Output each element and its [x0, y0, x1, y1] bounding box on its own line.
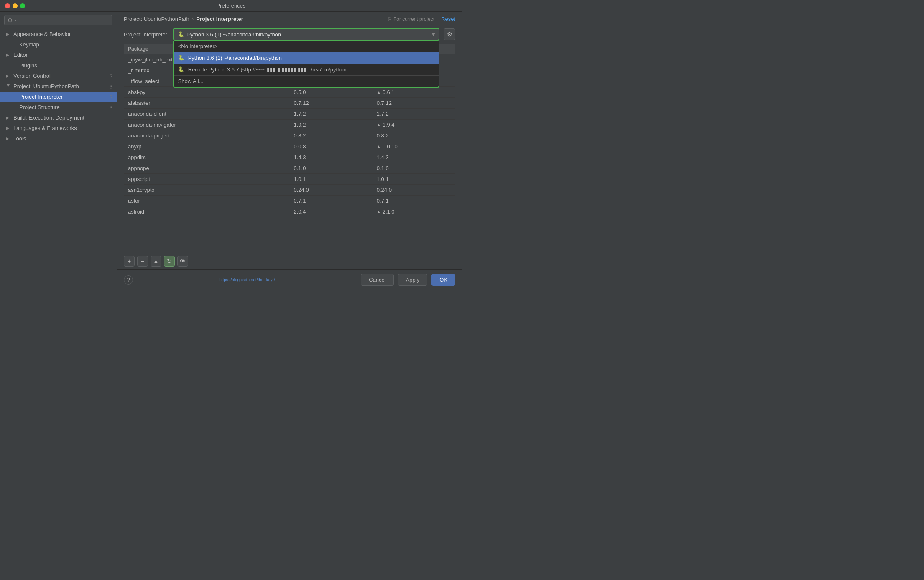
- no-interpreter-label: <No interpreter>: [178, 43, 218, 49]
- remote-python-option[interactable]: 🐍 Remote Python 3.6.7 (sftp://~~~ ▮▮▮ ▮ …: [174, 64, 439, 75]
- interpreter-dropdown-wrapper: 🐍 Python 3.6 (1) ~/anaconda3/bin/python …: [173, 28, 439, 41]
- interpreter-row: Project Interpreter: 🐍 Python 3.6 (1) ~/…: [117, 25, 462, 44]
- sidebar-arrow-appearance: ▶: [6, 32, 11, 36]
- package-version: 0.0.8: [290, 141, 373, 152]
- search-bar[interactable]: Q ·: [4, 15, 112, 25]
- interpreter-settings-button[interactable]: ⚙: [444, 28, 455, 40]
- search-icon: Q: [8, 17, 12, 23]
- sidebar-label-project-ubuntupythonpath: Project: UbuntuPythonPath: [13, 83, 79, 89]
- no-interpreter-option[interactable]: <No interpreter>: [174, 41, 439, 52]
- window-controls[interactable]: [5, 3, 25, 8]
- help-icon: ?: [127, 277, 130, 283]
- upgrade-arrow-icon: ▲: [377, 209, 381, 214]
- sidebar-item-editor[interactable]: ▶Editor: [0, 50, 117, 60]
- eye-button[interactable]: 👁: [177, 256, 188, 267]
- footer-link[interactable]: https://blog.csdn.net/the_key0: [219, 277, 275, 282]
- package-name: astroid: [124, 206, 290, 217]
- package-latest: ▲1.9.4: [373, 120, 455, 130]
- package-name: absl-py: [124, 87, 290, 98]
- minimize-button[interactable]: [13, 3, 18, 8]
- sidebar-label-version-control: Version Control: [13, 73, 51, 79]
- package-version: 0.5.0: [290, 87, 373, 98]
- sidebar-item-appearance[interactable]: ▶Appearance & Behavior: [0, 29, 117, 39]
- package-version: 0.7.1: [290, 196, 373, 206]
- bottom-toolbar: + − ▲ ↻ 👁: [117, 253, 462, 269]
- sidebar-item-project-structure[interactable]: Project Structure⎘: [0, 102, 117, 112]
- breadcrumb-project: Project: UbuntuPythonPath: [124, 16, 189, 22]
- table-row[interactable]: anaconda-navigator1.9.2▲1.9.4: [124, 120, 455, 130]
- package-name: alabaster: [124, 98, 290, 109]
- upgrade-indicator: ▲1.9.4: [377, 122, 451, 128]
- sidebar-item-project-interpreter[interactable]: Project Interpreter⎘: [0, 92, 117, 102]
- sidebar-label-project-structure: Project Structure: [19, 104, 60, 110]
- sidebar-copy-icon-version-control: ⎘: [110, 74, 112, 79]
- breadcrumb-separator: ›: [192, 16, 194, 22]
- package-name: astor: [124, 196, 290, 206]
- upgrade-package-button[interactable]: ▲: [151, 256, 161, 267]
- python36-option[interactable]: 🐍 Python 3.6 (1) ~/anaconda3/bin/python: [174, 52, 439, 64]
- table-row[interactable]: alabaster0.7.120.7.12: [124, 98, 455, 109]
- table-row[interactable]: appnope0.1.00.1.0: [124, 163, 455, 174]
- interpreter-label: Project Interpreter:: [124, 31, 169, 38]
- help-button[interactable]: ?: [124, 275, 133, 285]
- close-button[interactable]: [5, 3, 10, 8]
- titlebar: Preferences: [0, 0, 462, 12]
- breadcrumb-meta: ⎘ For current project: [388, 16, 434, 22]
- sidebar-item-version-control[interactable]: ▶Version Control⎘: [0, 71, 117, 81]
- sidebar-arrow-editor: ▶: [6, 53, 11, 57]
- remote-python-label: Remote Python 3.6.7 (sftp://~~~ ▮▮▮ ▮ ▮▮…: [188, 66, 347, 73]
- reset-button[interactable]: Reset: [441, 16, 455, 22]
- table-row[interactable]: astor0.7.10.7.1: [124, 196, 455, 206]
- table-row[interactable]: anyqt0.0.8▲0.0.10: [124, 141, 455, 152]
- package-latest: 1.0.1: [373, 174, 455, 185]
- show-all-option[interactable]: Show All...: [174, 76, 439, 87]
- refresh-icon: ↻: [167, 258, 172, 265]
- package-latest: 0.1.0: [373, 163, 455, 174]
- python36-icon: 🐍: [178, 54, 185, 61]
- sidebar-arrow-project-ubuntupythonpath: ▶: [6, 84, 11, 89]
- table-row[interactable]: appscript1.0.11.0.1: [124, 174, 455, 185]
- sidebar-item-languages-frameworks[interactable]: ▶Languages & Frameworks: [0, 123, 117, 133]
- package-name: appnope: [124, 163, 290, 174]
- sidebar-item-plugins[interactable]: Plugins: [0, 60, 117, 71]
- package-latest: 0.24.0: [373, 185, 455, 196]
- interpreter-dropdown[interactable]: 🐍 Python 3.6 (1) ~/anaconda3/bin/python: [173, 28, 439, 41]
- cancel-button[interactable]: Cancel: [361, 274, 393, 286]
- breadcrumb-page: Project Interpreter: [196, 16, 243, 22]
- sidebar-item-build-execution[interactable]: ▶Build, Execution, Deployment: [0, 112, 117, 123]
- package-name: appdirs: [124, 152, 290, 163]
- sidebar-label-tools: Tools: [13, 135, 26, 142]
- upgrade-icon: ▲: [153, 258, 159, 265]
- table-row[interactable]: appdirs1.4.31.4.3: [124, 152, 455, 163]
- remove-package-button[interactable]: −: [137, 256, 148, 267]
- sidebar-arrow-languages-frameworks: ▶: [6, 126, 11, 130]
- refresh-button[interactable]: ↻: [164, 256, 175, 267]
- table-row[interactable]: anaconda-client1.7.21.7.2: [124, 109, 455, 120]
- python36-label: Python 3.6 (1) ~/anaconda3/bin/python: [188, 55, 282, 61]
- package-version: 0.8.2: [290, 130, 373, 141]
- package-version: 1.7.2: [290, 109, 373, 120]
- search-caret: ·: [15, 18, 16, 23]
- package-latest: ▲0.0.10: [373, 141, 455, 152]
- table-row[interactable]: absl-py0.5.0▲0.6.1: [124, 87, 455, 98]
- apply-button[interactable]: Apply: [398, 274, 428, 286]
- sidebar-arrow-tools: ▶: [6, 136, 11, 141]
- table-row[interactable]: asn1crypto0.24.00.24.0: [124, 185, 455, 196]
- sidebar-item-tools[interactable]: ▶Tools: [0, 133, 117, 144]
- ok-button[interactable]: OK: [431, 274, 455, 286]
- python-icon: 🐍: [178, 31, 185, 38]
- package-version: 1.0.1: [290, 174, 373, 185]
- sidebar-item-keymap[interactable]: Keymap: [0, 39, 117, 50]
- package-latest: 0.8.2: [373, 130, 455, 141]
- add-package-button[interactable]: +: [124, 256, 135, 267]
- sidebar-label-build-execution: Build, Execution, Deployment: [13, 114, 84, 121]
- package-version: 0.1.0: [290, 163, 373, 174]
- package-name: anaconda-navigator: [124, 120, 290, 130]
- sidebar-copy-icon-project-interpreter: ⎘: [110, 94, 112, 99]
- package-version: 0.7.12: [290, 98, 373, 109]
- table-row[interactable]: anaconda-project0.8.20.8.2: [124, 130, 455, 141]
- table-row[interactable]: astroid2.0.4▲2.1.0: [124, 206, 455, 217]
- maximize-button[interactable]: [20, 3, 25, 8]
- minus-icon: −: [141, 258, 144, 265]
- sidebar-item-project-ubuntupythonpath[interactable]: ▶Project: UbuntuPythonPath⎘: [0, 81, 117, 92]
